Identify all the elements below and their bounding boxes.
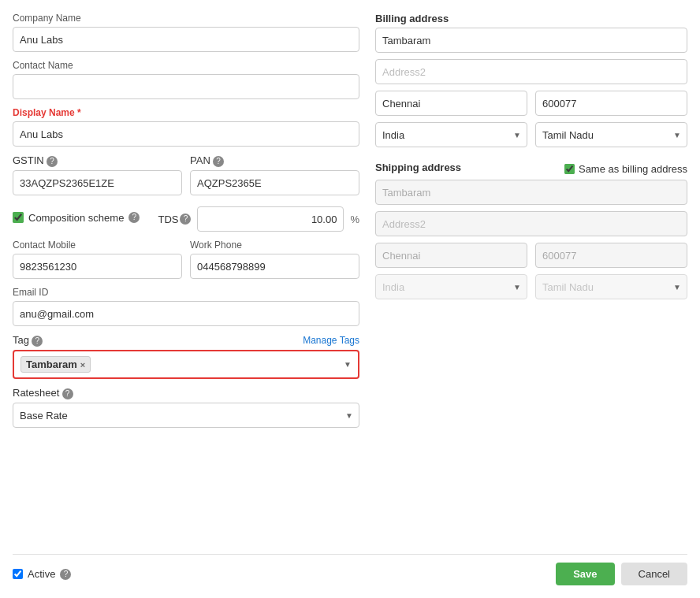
billing-city-group [375,91,527,116]
billing-country-state-row: India Tamil Nadu [375,122,687,147]
display-name-group: Display Name * [13,107,359,147]
composition-info-icon[interactable]: ? [128,212,140,223]
billing-address1-group [375,28,687,53]
same-as-billing-row: Same as billing address [564,163,687,175]
gstin-label: GSTIN ? [13,154,182,167]
billing-section: Billing address [375,13,687,147]
contact-name-label: Contact Name [13,60,359,71]
tag-dropdown-arrow-icon[interactable]: ▼ [344,360,352,369]
shipping-address2-input[interactable] [375,211,687,236]
contact-mobile-input[interactable] [13,254,182,279]
work-phone-input[interactable] [190,254,359,279]
billing-country-select[interactable]: India [375,122,527,147]
gstin-input[interactable] [13,170,182,195]
shipping-state-group: Tamil Nadu [535,274,687,299]
display-name-input[interactable] [13,121,359,147]
shipping-zip-group [535,243,687,268]
gstin-pan-row: GSTIN ? PAN ? [13,154,359,195]
tag-info-icon[interactable]: ? [32,336,43,347]
email-group: Email ID [13,287,359,326]
billing-country-select-wrapper: India [375,122,527,147]
shipping-country-select-wrapper: India [375,274,527,299]
shipping-header: Shipping address Same as billing address [375,162,687,176]
composition-tds-row: Composition scheme ? TDS ? % [13,203,359,232]
gstin-info-icon[interactable]: ? [47,156,58,167]
right-column: Billing address [375,13,687,546]
billing-city-input[interactable] [375,91,527,116]
shipping-state-select[interactable]: Tamil Nadu [535,274,687,299]
cancel-button[interactable]: Cancel [621,563,687,585]
gstin-group: GSTIN ? [13,154,182,195]
footer-right: Save Cancel [556,563,687,585]
tag-label: Tag ? [13,334,43,347]
tag-chip-label: Tambaram [26,358,77,370]
billing-zip-input[interactable] [535,91,687,116]
work-phone-label: Work Phone [190,240,359,251]
billing-title: Billing address [375,13,687,24]
same-as-billing-label: Same as billing address [579,163,687,175]
pan-input[interactable] [190,170,359,195]
company-name-input[interactable] [13,27,359,52]
pan-label: PAN ? [190,154,359,167]
shipping-state-select-wrapper: Tamil Nadu [535,274,687,299]
display-name-label: Display Name * [13,107,359,118]
contact-name-input[interactable] [13,74,359,99]
pan-info-icon[interactable]: ? [213,156,224,167]
tds-input[interactable] [197,206,344,232]
billing-address2-input[interactable] [375,59,687,84]
pan-group: PAN ? [190,154,359,195]
main-container: Company Name Contact Name Display Name *… [0,0,700,598]
shipping-address1-group [375,180,687,205]
shipping-city-input[interactable] [375,243,527,268]
manage-tags-link[interactable]: Manage Tags [303,335,359,346]
billing-zip-group [535,91,687,116]
active-label: Active [28,568,55,580]
tds-label: TDS ? [158,214,191,225]
form-body: Company Name Contact Name Display Name *… [13,13,687,546]
contact-name-group: Contact Name [13,60,359,99]
active-info-icon[interactable]: ? [60,569,71,580]
shipping-city-zip-row [375,243,687,268]
composition-checkbox[interactable] [13,212,24,223]
billing-state-select-wrapper: Tamil Nadu [535,122,687,147]
tds-row: TDS ? % [158,206,359,232]
tag-group: Tag ? Manage Tags Tambaram × ▼ [13,334,359,379]
ratesheet-group: Ratesheet ? Base Rate [13,387,359,428]
ratesheet-select[interactable]: Base Rate [13,403,359,428]
composition-label: Composition scheme [28,212,124,224]
contact-mobile-label: Contact Mobile [13,240,182,251]
ratesheet-info-icon[interactable]: ? [62,388,73,399]
billing-city-zip-row [375,91,687,116]
active-checkbox[interactable] [13,569,23,579]
billing-country-group: India [375,122,527,147]
shipping-country-state-row: India Tamil Nadu [375,274,687,299]
company-name-label: Company Name [13,13,359,24]
company-name-group: Company Name [13,13,359,52]
save-button[interactable]: Save [556,563,614,585]
email-input[interactable] [13,301,359,326]
tag-header: Tag ? Manage Tags [13,334,359,347]
same-as-billing-checkbox[interactable] [564,164,575,174]
tag-chip-remove[interactable]: × [80,360,85,370]
email-label: Email ID [13,287,359,298]
shipping-title: Shipping address [375,162,461,173]
billing-state-group: Tamil Nadu [535,122,687,147]
shipping-zip-input[interactable] [535,243,687,268]
ratesheet-select-wrapper: Base Rate [13,403,359,428]
shipping-country-select[interactable]: India [375,274,527,299]
contact-mobile-group: Contact Mobile [13,240,182,279]
footer-left: Active ? [13,568,71,580]
billing-address1-input[interactable] [375,28,687,53]
percent-sign: % [350,214,359,225]
shipping-country-group: India [375,274,527,299]
shipping-section: Shipping address Same as billing address [375,162,687,299]
mobile-phone-row: Contact Mobile Work Phone [13,240,359,279]
footer-bar: Active ? Save Cancel [13,554,687,585]
billing-address2-group [375,59,687,84]
tag-chip-tambaram: Tambaram × [20,356,91,373]
billing-state-select[interactable]: Tamil Nadu [535,122,687,147]
tag-input-area[interactable]: Tambaram × ▼ [13,350,359,379]
work-phone-group: Work Phone [190,240,359,279]
shipping-address1-input[interactable] [375,180,687,205]
tds-info-icon[interactable]: ? [180,214,191,225]
